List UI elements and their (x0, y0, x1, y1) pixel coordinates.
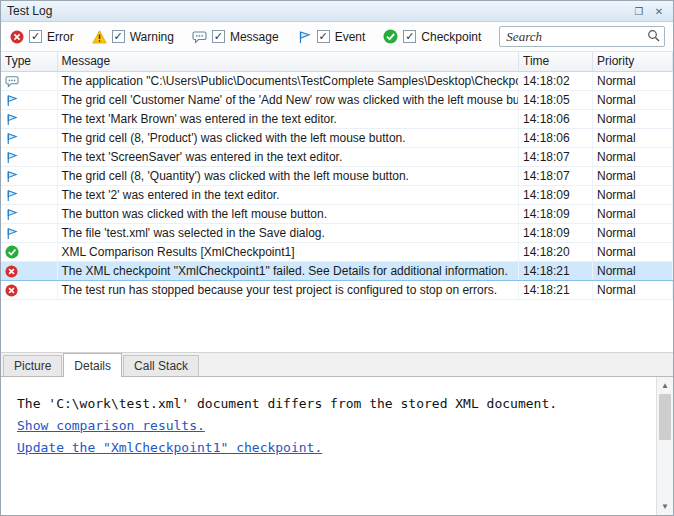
log-row-message: The application "C:\Users\Public\Documen… (57, 71, 519, 90)
details-panel: The 'C:\work\test.xml' document differs … (1, 377, 673, 515)
message-checkbox[interactable]: ✓ (212, 30, 225, 43)
log-row-type (1, 128, 57, 147)
log-row-message: The XML checkpoint "XmlCheckpoint1" fail… (57, 261, 519, 280)
float-window-button[interactable]: ❒ (631, 4, 647, 19)
log-row-priority: Normal (593, 71, 673, 90)
log-row-type (1, 242, 57, 261)
event-icon (5, 225, 18, 239)
message-icon (5, 73, 19, 87)
event-icon (297, 29, 312, 44)
log-row-message: The grid cell (8, 'Product') was clicked… (57, 128, 519, 147)
log-row-type (1, 109, 57, 128)
filter-toolbar: ✓ Error ✓ Warning ✓ Message ✓ Event (1, 22, 673, 52)
event-icon (5, 92, 18, 106)
log-row-message: The test run has stopped because your te… (57, 280, 519, 299)
log-row-priority: Normal (593, 261, 673, 280)
warning-icon (92, 29, 107, 44)
column-header-type[interactable]: Type (1, 52, 57, 71)
details-text: The 'C:\work\test.xml' document differs … (17, 393, 646, 415)
log-row-message: The file 'test.xml' was selected in the … (57, 223, 519, 242)
error-icon (9, 29, 24, 44)
scroll-up-icon[interactable]: ▲ (657, 377, 673, 394)
search-input[interactable] (506, 29, 647, 45)
log-row[interactable]: The grid cell 'Customer Name' of the 'Ad… (1, 90, 673, 109)
log-row[interactable]: The grid cell (8, 'Product') was clicked… (1, 128, 673, 147)
filter-checkpoint: ✓ Checkpoint (383, 29, 481, 44)
details-content: The 'C:\work\test.xml' document differs … (1, 377, 656, 515)
log-row-type (1, 280, 57, 299)
tab-call-stack[interactable]: Call Stack (123, 355, 199, 376)
warning-checkbox[interactable]: ✓ (112, 30, 125, 43)
log-row-time: 14:18:09 (519, 223, 593, 242)
log-row-message: The text 'ScreenSaver' was entered in th… (57, 147, 519, 166)
tab-details[interactable]: Details (63, 353, 122, 377)
checkpoint-icon (5, 244, 19, 258)
tab-picture[interactable]: Picture (3, 355, 62, 376)
log-table: Type Message Time Priority The applicati… (1, 52, 673, 300)
log-row[interactable]: The grid cell (8, 'Quantity') was clicke… (1, 166, 673, 185)
log-row-type (1, 90, 57, 109)
filter-event-label: Event (335, 30, 366, 44)
event-checkbox[interactable]: ✓ (317, 30, 330, 43)
log-row-priority: Normal (593, 204, 673, 223)
event-icon (5, 206, 18, 220)
log-row-time: 14:18:20 (519, 242, 593, 261)
log-table-area: Type Message Time Priority The applicati… (1, 52, 673, 352)
log-row-priority: Normal (593, 109, 673, 128)
error-checkbox[interactable]: ✓ (29, 30, 42, 43)
error-icon (5, 282, 18, 296)
log-row-priority: Normal (593, 128, 673, 147)
filter-error: ✓ Error (9, 29, 74, 44)
error-icon (5, 263, 18, 277)
column-header-priority[interactable]: Priority (593, 52, 673, 71)
column-header-time[interactable]: Time (519, 52, 593, 71)
log-row-time: 14:18:06 (519, 109, 593, 128)
show-comparison-results-link[interactable]: Show comparison results. (17, 415, 205, 437)
log-row-type (1, 147, 57, 166)
details-scrollbar[interactable]: ▲ ▼ (656, 377, 673, 515)
search-icon[interactable] (647, 29, 660, 45)
log-row-time: 14:18:21 (519, 280, 593, 299)
log-row-type (1, 204, 57, 223)
column-header-message[interactable]: Message (57, 52, 519, 71)
log-row-time: 14:18:09 (519, 185, 593, 204)
log-row-message: The text '2' was entered in the text edi… (57, 185, 519, 204)
event-icon (5, 168, 18, 182)
scroll-down-icon[interactable]: ▼ (657, 498, 673, 515)
log-row[interactable]: The test run has stopped because your te… (1, 280, 673, 299)
checkpoint-checkbox[interactable]: ✓ (403, 30, 416, 43)
log-row[interactable]: The text '2' was entered in the text edi… (1, 185, 673, 204)
event-icon (5, 130, 18, 144)
titlebar: Test Log ❒ ✕ (1, 1, 673, 22)
log-row-priority: Normal (593, 90, 673, 109)
log-row[interactable]: The button was clicked with the left mou… (1, 204, 673, 223)
log-row-message: The grid cell (8, 'Quantity') was clicke… (57, 166, 519, 185)
log-row-type (1, 223, 57, 242)
scrollbar-track[interactable] (657, 394, 673, 498)
log-row-priority: Normal (593, 242, 673, 261)
log-row-type (1, 71, 57, 90)
log-row[interactable]: XML Comparison Results [XmlCheckpoint1]1… (1, 242, 673, 261)
filter-error-label: Error (47, 30, 74, 44)
checkpoint-icon (383, 29, 398, 44)
log-row-message: The grid cell 'Customer Name' of the 'Ad… (57, 90, 519, 109)
log-row-priority: Normal (593, 166, 673, 185)
log-row-priority: Normal (593, 280, 673, 299)
close-button[interactable]: ✕ (651, 4, 667, 19)
filter-event: ✓ Event (297, 29, 366, 44)
log-row[interactable]: The XML checkpoint "XmlCheckpoint1" fail… (1, 261, 673, 280)
test-log-window: Test Log ❒ ✕ ✓ Error ✓ Warning ✓ Message (0, 0, 674, 516)
log-row[interactable]: The file 'test.xml' was selected in the … (1, 223, 673, 242)
log-row-time: 14:18:05 (519, 90, 593, 109)
log-row[interactable]: The text 'ScreenSaver' was entered in th… (1, 147, 673, 166)
log-row[interactable]: The application "C:\Users\Public\Documen… (1, 71, 673, 90)
log-row-type (1, 261, 57, 280)
log-row-priority: Normal (593, 185, 673, 204)
log-row-message: XML Comparison Results [XmlCheckpoint1] (57, 242, 519, 261)
filter-message: ✓ Message (192, 29, 279, 44)
log-row[interactable]: The text 'Mark Brown' was entered in the… (1, 109, 673, 128)
scrollbar-thumb[interactable] (659, 394, 671, 440)
update-checkpoint-link[interactable]: Update the "XmlCheckpoint1" checkpoint. (17, 437, 322, 459)
log-row-time: 14:18:02 (519, 71, 593, 90)
event-icon (5, 187, 18, 201)
